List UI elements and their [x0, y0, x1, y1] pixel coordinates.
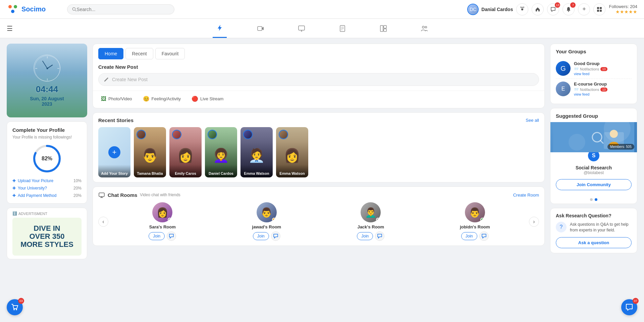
group-info-ecourse: E-course Group 📨 Notifactions 13 view fe…	[574, 82, 632, 96]
group-avatar-good: G	[556, 61, 571, 76]
profile-missing-text: Your Profile is missing followings!	[12, 135, 82, 140]
question-icon: ?	[556, 222, 567, 232]
join-btn-jobidn[interactable]: Join	[461, 232, 477, 240]
msg-btn-jobidn[interactable]	[479, 231, 489, 241]
feeling-activity-btn[interactable]: 😊 Feeling/Activity	[140, 94, 183, 103]
svg-point-31	[47, 67, 48, 69]
members-badge: Members: 505	[607, 144, 634, 150]
nav-tab-flash[interactable]	[213, 19, 227, 38]
left-column: 04:44 Sun, 20 August 2023 Complete Your …	[7, 44, 87, 259]
group-name-good: Good Group	[574, 61, 632, 66]
group-avatar-ecourse: E	[556, 82, 571, 96]
story-item-add[interactable]: + Add Your Story	[98, 127, 130, 177]
live-stream-btn[interactable]: 🔴 Live Stream	[189, 94, 226, 103]
right-column: Your Groups G Good Group 📨 Notifactions …	[550, 44, 637, 259]
stories-section-header: Recent Stories See all	[98, 117, 539, 123]
notification-btn[interactable]: 7	[562, 3, 575, 15]
group-name-ecourse: E-course Group	[574, 82, 632, 87]
svg-point-6	[568, 11, 569, 12]
live-stream-icon: 🔴	[192, 96, 198, 102]
svg-line-29	[47, 65, 52, 68]
create-post-input[interactable]: Create New Post	[98, 73, 539, 86]
ad-headline: DIVE IN OVER 350 MORE STYLES	[18, 224, 76, 249]
svg-point-1	[14, 5, 17, 8]
msg-btn-jack[interactable]	[375, 231, 384, 241]
grid-btn[interactable]	[593, 3, 605, 15]
see-all-stories[interactable]: See all	[526, 118, 539, 123]
ask-question-btn[interactable]: Ask a question	[556, 237, 632, 248]
status-dot-sara	[168, 218, 172, 222]
tab-favourit[interactable]: Favourit	[155, 48, 185, 59]
join-btn-jack[interactable]: Join	[357, 232, 373, 240]
suggested-group-handle: @biolabest	[556, 170, 632, 175]
group-notif-good: 📨 Notifactions 13	[574, 67, 632, 71]
nav-tab-screen[interactable]	[294, 19, 309, 38]
room-avatar-sara: 👩	[152, 202, 172, 222]
join-btn-jawad[interactable]: Join	[253, 232, 269, 240]
hamburger-menu[interactable]: ☰	[7, 24, 13, 33]
suggested-group-banner: Members: 505	[550, 122, 637, 152]
nav-tab-book[interactable]	[335, 19, 350, 38]
view-feed-ecourse[interactable]: view feed	[574, 92, 632, 96]
story-item-1[interactable]: 👨 Tamana Bhatia	[134, 127, 166, 177]
profile-items: ✚ Upload Your Picture 10% ✚ Your Univers…	[12, 178, 82, 198]
plus-icon-picture: ✚	[12, 178, 16, 183]
nav-tab-video[interactable]	[254, 19, 268, 38]
user-avatar: DC	[467, 4, 479, 15]
tab-home[interactable]: Home	[98, 48, 123, 59]
stories-title: Recent Stories	[98, 117, 133, 123]
chat-rooms-title-area: Chat Rooms Video chat with friends	[98, 192, 180, 198]
svg-rect-9	[597, 10, 599, 12]
ask-research-title: Ask Research Question?	[556, 213, 632, 218]
svg-rect-35	[99, 193, 104, 197]
nav-tab-layout[interactable]	[376, 19, 390, 38]
svg-point-23	[425, 26, 427, 28]
view-feed-good[interactable]: view feed	[574, 72, 632, 76]
msg-btn-jawad[interactable]	[271, 231, 280, 241]
svg-rect-10	[600, 10, 602, 12]
create-room-link[interactable]: Create Room	[513, 193, 539, 198]
followers-info: Followers: 204 ★★★★★	[609, 4, 637, 14]
msg-btn-sara[interactable]	[167, 231, 176, 241]
story-item-3[interactable]: 👩‍🦱 Daniel Cardos	[205, 127, 237, 177]
user-profile[interactable]: DC Danial Cardos	[467, 4, 513, 15]
story-item-4[interactable]: 🧑‍💼 Emma Watson	[240, 127, 273, 177]
svg-rect-21	[384, 29, 386, 32]
center-column: Home Recent Favourit Create New Post Cre…	[93, 44, 545, 259]
search-bar[interactable]	[67, 4, 174, 14]
add-btn[interactable]: +	[578, 3, 590, 15]
tab-recent[interactable]: Recent	[125, 48, 153, 59]
notif-badge-good: 13	[600, 67, 607, 71]
home-btn[interactable]	[532, 3, 544, 15]
flash-icon	[216, 24, 223, 32]
profile-item-university[interactable]: ✚ Your University? 20%	[12, 186, 82, 191]
grid-icon	[597, 7, 602, 12]
photo-video-btn[interactable]: 🖼 Photo/Video	[98, 94, 135, 103]
chat-rooms-subtitle: Video chat with friends	[140, 193, 180, 197]
carousel-next[interactable]: ›	[529, 217, 539, 227]
feeling-icon: 😊	[143, 96, 150, 102]
clock-face	[34, 55, 60, 82]
join-community-btn[interactable]: Join Community	[556, 179, 632, 190]
message-btn[interactable]: 13	[547, 3, 559, 15]
room-actions-jawad: Join	[253, 231, 280, 241]
add-story-btn[interactable]: +	[108, 146, 120, 158]
svg-line-4	[75, 10, 76, 11]
join-btn-sara[interactable]: Join	[149, 232, 165, 240]
story-item-5[interactable]: 👩 Emma Watson	[276, 127, 308, 177]
svg-rect-8	[600, 7, 602, 9]
ad-banner: DIVE IN OVER 350 MORE STYLES	[12, 218, 82, 256]
clock-widget: 04:44 Sun, 20 August 2023	[7, 44, 87, 117]
suggested-group-info: S Social Research @biolabest Join Commun…	[550, 152, 637, 195]
carousel-prev[interactable]: ‹	[98, 217, 108, 227]
app-name: Socimo	[21, 5, 46, 13]
radio-btn[interactable]	[516, 3, 528, 15]
logo-icon	[7, 3, 19, 15]
profile-item-payment[interactable]: ✚ Add Payment Method 20%	[12, 193, 82, 198]
story-item-2[interactable]: 👩 Emily Caros	[169, 127, 202, 177]
ask-research-content: ? Ask questions in Q&A to get help from …	[556, 222, 632, 233]
profile-item-picture[interactable]: ✚ Upload Your Picture 10%	[12, 178, 82, 183]
search-input[interactable]	[76, 7, 169, 12]
feed-tabs-header: Home Recent Favourit	[93, 44, 544, 59]
nav-tab-people[interactable]	[417, 19, 431, 38]
